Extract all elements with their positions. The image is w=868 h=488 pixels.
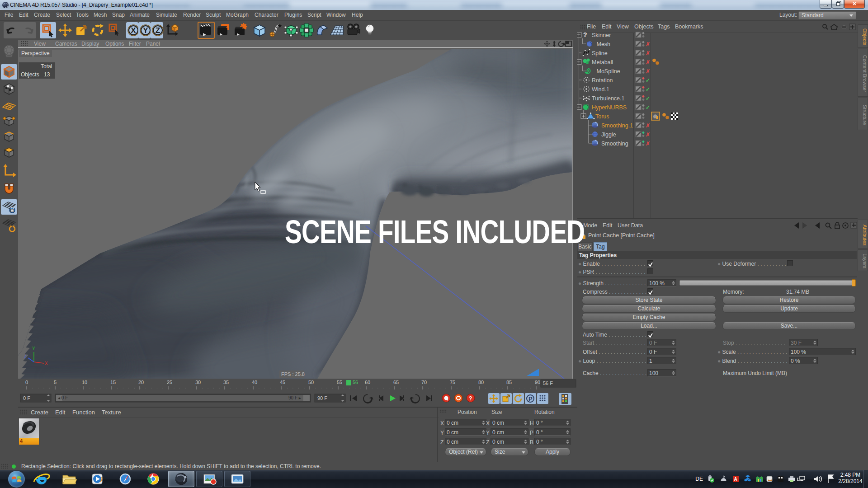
svg-text:50: 50 xyxy=(308,380,314,385)
svg-text:55: 55 xyxy=(337,380,342,385)
svg-text:Wind.1: Wind.1 xyxy=(592,86,609,93)
svg-text:MoSpline: MoSpline xyxy=(597,68,620,75)
svg-text:80: 80 xyxy=(478,380,484,385)
svg-text:✓: ✓ xyxy=(646,86,650,93)
svg-text:Spline: Spline xyxy=(592,50,608,56)
svg-text:?: ? xyxy=(469,395,472,402)
svg-text:45: 45 xyxy=(280,380,285,385)
svg-text:X: X xyxy=(131,26,136,35)
svg-text:35: 35 xyxy=(223,380,229,385)
svg-text:Metaball: Metaball xyxy=(592,59,613,66)
svg-text:◂ 0 F: ◂ 0 F xyxy=(58,395,68,400)
svg-text:Z: Z xyxy=(156,26,160,35)
svg-text:✗: ✗ xyxy=(646,59,650,66)
svg-text:✗: ✗ xyxy=(646,68,650,75)
svg-text:Turbulence.1: Turbulence.1 xyxy=(592,95,625,102)
svg-text:HyperNURBS: HyperNURBS xyxy=(592,104,627,111)
svg-text:Smoothing.1: Smoothing.1 xyxy=(601,122,633,129)
svg-text:X: X xyxy=(45,361,48,366)
svg-text:✗: ✗ xyxy=(646,131,650,138)
svg-text:Z: Z xyxy=(24,354,27,359)
svg-text:40: 40 xyxy=(252,380,257,385)
svg-text:90 F ▸: 90 F ▸ xyxy=(288,395,301,400)
svg-text:Skinner: Skinner xyxy=(592,32,611,38)
svg-text:Y: Y xyxy=(143,26,148,35)
svg-text:90 F: 90 F xyxy=(317,395,327,401)
svg-text:30: 30 xyxy=(195,380,201,385)
svg-text:✓: ✓ xyxy=(646,95,650,102)
svg-text:56 F: 56 F xyxy=(543,380,553,386)
svg-text:56: 56 xyxy=(353,380,358,385)
svg-text:75: 75 xyxy=(450,380,455,385)
svg-text:FPS : 25.8: FPS : 25.8 xyxy=(281,371,305,377)
svg-text:85: 85 xyxy=(506,380,512,385)
svg-text:✗: ✗ xyxy=(646,41,650,47)
svg-text:70: 70 xyxy=(421,380,427,385)
svg-text:A: A xyxy=(734,477,737,482)
svg-text:10: 10 xyxy=(82,380,87,385)
svg-text:15: 15 xyxy=(110,380,116,385)
svg-text:✗: ✗ xyxy=(646,141,650,147)
svg-text:5: 5 xyxy=(54,380,57,385)
svg-text:✗: ✗ xyxy=(646,122,650,129)
svg-text:P: P xyxy=(528,395,533,402)
svg-text:0: 0 xyxy=(25,380,28,385)
svg-text:✗: ✗ xyxy=(646,50,650,56)
svg-text:90: 90 xyxy=(535,380,540,385)
svg-text:20: 20 xyxy=(138,380,144,385)
svg-text:?: ? xyxy=(583,31,587,38)
svg-text:60: 60 xyxy=(365,380,370,385)
svg-text:25: 25 xyxy=(167,380,172,385)
svg-text:65: 65 xyxy=(393,380,399,385)
svg-text:Mesh: Mesh xyxy=(597,41,611,47)
svg-text:0 F: 0 F xyxy=(23,395,30,401)
svg-text:Smoothing: Smoothing xyxy=(601,141,628,147)
svg-text:✓: ✓ xyxy=(646,104,650,111)
svg-text:Rotation: Rotation xyxy=(592,77,613,84)
svg-text:Y: Y xyxy=(32,346,35,351)
svg-text:✓: ✓ xyxy=(646,77,650,84)
svg-text:Jiggle: Jiggle xyxy=(601,131,616,138)
svg-text:Torus: Torus xyxy=(595,113,609,120)
